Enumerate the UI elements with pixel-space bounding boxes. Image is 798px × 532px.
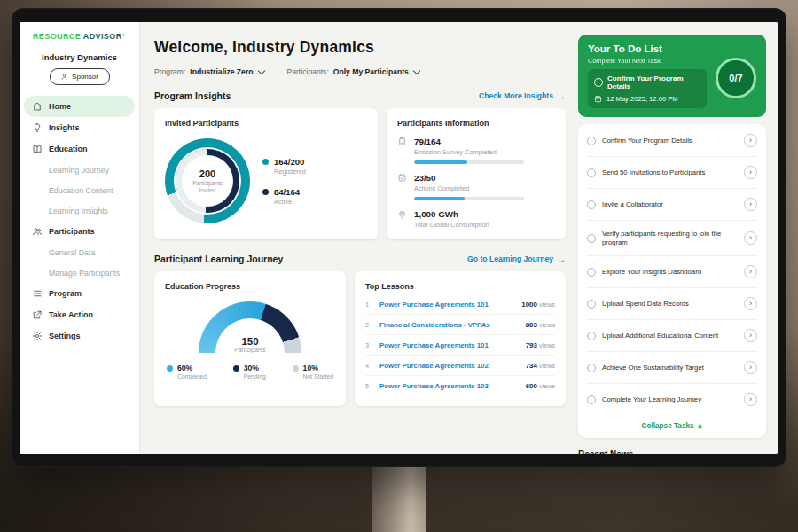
task-row[interactable]: Invite a Collaborator › — [587, 189, 757, 221]
clipboard-icon — [397, 137, 407, 164]
sponsor-badge[interactable]: Sponsor — [50, 68, 110, 85]
chevron-right-icon[interactable]: › — [744, 231, 757, 245]
sidebar-item-insights[interactable]: Insights — [20, 117, 139, 138]
legend-item-active: 84/164 Active — [262, 187, 306, 206]
checkbox-circle-icon[interactable] — [587, 168, 596, 177]
top-lessons-card: Top Lessons 1 Power Purchase Agreements … — [355, 271, 566, 406]
views-word: views — [539, 341, 555, 349]
task-row[interactable]: Achieve One Sustainability Target › — [587, 352, 757, 384]
logo-plus: + — [122, 32, 127, 38]
lesson-link[interactable]: Financial Considerations - VPPAs — [379, 321, 519, 329]
sidebar-item-settings[interactable]: Settings — [20, 325, 139, 347]
chevron-down-icon — [257, 66, 264, 74]
collapse-tasks-link[interactable]: Collapse Tasks ∧ — [587, 415, 757, 434]
education-total: 150 — [199, 336, 301, 347]
legend-dot-completed — [167, 365, 173, 372]
program-select[interactable]: Industrialize Zero — [190, 67, 263, 76]
emission-progress-bar — [414, 160, 524, 164]
donut-center-label: 200 Participants Invited — [165, 138, 250, 223]
todo-panel: Your To Do List Complete Your Next Task:… — [578, 22, 778, 454]
collapse-label: Collapse Tasks — [642, 422, 694, 430]
lightbulb-icon — [32, 122, 43, 133]
participants-select-value: Only My Participants — [333, 67, 409, 76]
checkbox-circle-icon[interactable] — [587, 332, 596, 340]
go-to-learning-journey-link[interactable]: Go to Learning Journey → — [467, 254, 566, 264]
next-task-row[interactable]: Confirm Your Program Details — [594, 74, 700, 90]
views-count: 1000 — [521, 301, 537, 309]
checkbox-circle-icon[interactable] — [587, 137, 596, 145]
task-row[interactable]: Confirm Your Program Details › — [587, 125, 757, 157]
chevron-glyph: › — [749, 200, 752, 208]
chevron-glyph: › — [749, 268, 752, 276]
filter-bar: Program: Industrialize Zero Participants… — [154, 67, 569, 76]
home-icon — [32, 101, 43, 112]
app-logo: RESOURCE ADVISOR+ — [20, 32, 139, 41]
org-name: Industry Dynamics — [20, 52, 139, 62]
chevron-right-icon[interactable]: › — [744, 393, 757, 406]
sidebar-item-manage-participants[interactable]: Manage Participants — [20, 262, 139, 283]
checkbox-circle-icon[interactable] — [587, 268, 596, 277]
sidebar-item-education-content[interactable]: Education Content — [20, 180, 139, 200]
chevron-right-icon[interactable]: › — [744, 166, 757, 179]
lesson-row: 2 Financial Considerations - VPPAs 803vi… — [365, 315, 555, 335]
participants-select[interactable]: Only My Participants — [333, 67, 419, 76]
pending-pct: 30% — [244, 364, 266, 372]
task-row[interactable]: Complete Your Learning Journey › — [587, 384, 757, 415]
program-filter-label: Program: — [154, 67, 185, 76]
sidebar-item-learning-insights[interactable]: Learning Insights — [20, 200, 139, 221]
task-row[interactable]: Upload Additional Educational Content › — [587, 320, 757, 352]
checkbox-circle-icon[interactable] — [587, 395, 596, 404]
lesson-link[interactable]: Power Purchase Agreements 102 — [379, 362, 519, 370]
chevron-right-icon[interactable]: › — [744, 297, 757, 310]
chevron-right-icon[interactable]: › — [744, 134, 757, 147]
check-more-insights-link[interactable]: Check More Insights → — [479, 91, 566, 101]
views-word: views — [539, 382, 555, 390]
sidebar-item-take-action[interactable]: Take Action — [20, 304, 139, 325]
lesson-link[interactable]: Power Purchase Agreements 101 — [379, 301, 514, 309]
learning-journey-cards: Education Progress 150 Participants — [154, 271, 569, 406]
checkbox-circle-icon[interactable] — [587, 300, 596, 309]
task-label: Confirm Your Program Details — [602, 137, 738, 145]
lesson-link[interactable]: Power Purchase Agreements 101 — [379, 341, 519, 349]
checkbox-circle-icon[interactable] — [587, 364, 596, 372]
sidebar-item-label: Manage Participants — [49, 269, 120, 278]
lesson-row: 1 Power Purchase Agreements 101 1000view… — [365, 294, 555, 315]
invited-total-label: Participants Invited — [187, 180, 228, 194]
education-progress-card: Education Progress 150 Participants — [154, 271, 346, 406]
chevron-right-icon[interactable]: › — [744, 329, 757, 342]
task-row[interactable]: Send 50 Invitations to Participants › — [587, 157, 757, 189]
sidebar-item-label: Education — [49, 145, 88, 153]
sidebar-item-home[interactable]: Home — [24, 96, 135, 117]
sidebar-item-education[interactable]: Education — [20, 138, 139, 160]
not-started-pct: 10% — [303, 364, 333, 372]
sidebar-item-learning-journey[interactable]: Learning Journey — [20, 160, 139, 180]
invited-participants-card: Invited Participants 200 Participants In… — [154, 108, 378, 239]
stat-actions-completed: 23/50 Actions Completed — [397, 173, 555, 200]
next-task-box: Confirm Your Program Details 12 May 2025… — [588, 69, 707, 108]
views-count: 793 — [526, 341, 537, 349]
chevron-right-icon[interactable]: › — [744, 198, 757, 211]
sidebar-item-program[interactable]: Program — [20, 283, 139, 304]
task-row[interactable]: Explore Your Insights Dashboard › — [587, 256, 757, 288]
lesson-views: 734views — [526, 362, 555, 370]
legend-dot-not-started — [293, 365, 299, 372]
checkbox-circle-icon[interactable] — [587, 234, 596, 243]
sidebar-nav: Home Insights Education Learning Journey — [20, 96, 139, 347]
chevron-right-icon[interactable]: › — [744, 361, 757, 374]
lesson-rank: 1 — [365, 301, 372, 309]
lesson-rank: 2 — [365, 321, 372, 329]
task-row[interactable]: Verify participants requesting to join t… — [587, 221, 757, 256]
lesson-row: 5 Power Purchase Agreements 103 600views — [365, 376, 555, 395]
checkbox-circle-icon[interactable] — [594, 78, 603, 87]
chevron-right-icon[interactable]: › — [744, 265, 757, 278]
task-row[interactable]: Upload Spend Data Records › — [587, 288, 757, 320]
lesson-link[interactable]: Power Purchase Agreements 103 — [379, 382, 519, 390]
arrow-right-icon: → — [557, 254, 566, 264]
sidebar-item-participants[interactable]: Participants — [20, 221, 139, 242]
list-icon — [32, 288, 43, 299]
views-word: views — [539, 362, 555, 370]
checkbox-circle-icon[interactable] — [587, 200, 596, 209]
sidebar-item-general-data[interactable]: General Data — [20, 242, 139, 262]
lesson-rank: 3 — [365, 341, 372, 349]
monitor-stand — [372, 463, 426, 532]
